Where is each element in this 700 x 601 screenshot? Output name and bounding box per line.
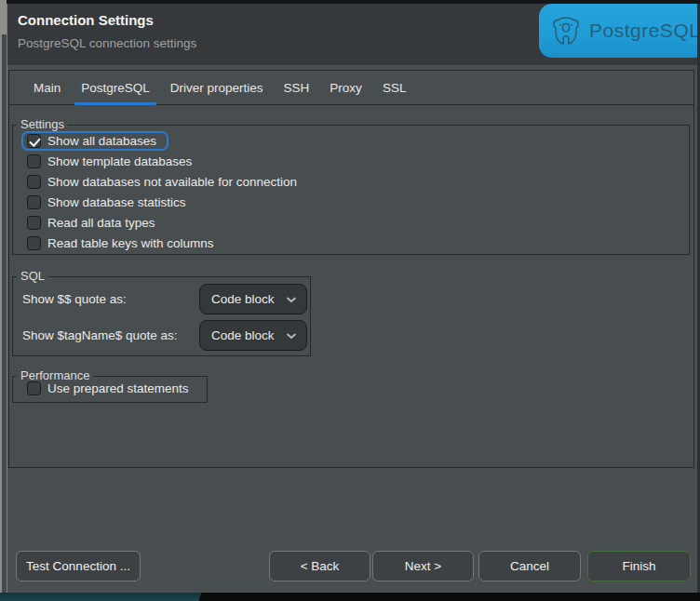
focus-ring: Show all databases (21, 131, 168, 151)
checkbox-label: Read all data types (47, 216, 155, 230)
checkbox-label: Show template databases (47, 154, 192, 168)
checkbox-label: Show database statistics (47, 195, 186, 209)
tab-label: SSL (383, 81, 407, 95)
page-subtitle: PostgreSQL connection settings (18, 36, 196, 50)
tagname-quote-row: Show $tagName$ quote as: Code block (13, 320, 310, 351)
checkbox-box[interactable] (27, 381, 41, 395)
focus-ring: Show database statistics (21, 193, 198, 212)
focus-ring: Read table keys with columns (21, 234, 226, 253)
dollar-quote-dropdown[interactable]: Code block (199, 284, 307, 314)
checkbox-box[interactable] (27, 216, 41, 230)
checkbox-read-all-data-types[interactable]: Read all data types (13, 212, 689, 233)
performance-group: Performance Use prepared statements (12, 376, 208, 403)
tab-bar: Main PostgreSQL Driver properties SSH Pr… (9, 71, 693, 105)
next-button[interactable]: Next > (372, 551, 474, 581)
checkbox-box[interactable] (27, 236, 41, 250)
checkbox-box[interactable] (27, 175, 41, 189)
dropdown-value: Code block (211, 328, 275, 342)
postgresql-badge: PostgreSQL (539, 4, 700, 58)
tab-label: Main (34, 81, 61, 95)
tab-driver-properties[interactable]: Driver properties (160, 71, 274, 105)
dropdown-value: Code block (211, 292, 275, 306)
dollar-quote-row: Show $$ quote as: Code block (13, 284, 310, 314)
tab-ssl[interactable]: SSL (372, 71, 417, 105)
tab-label: Proxy (330, 81, 362, 95)
page-title: Connection Settings (18, 12, 154, 28)
tab-main[interactable]: Main (23, 71, 71, 105)
sql-group: SQL Show $$ quote as: Code block Show $t… (12, 276, 311, 356)
dialog-header: Connection Settings PostgreSQL connectio… (7, 4, 700, 65)
back-button[interactable]: < Back (269, 551, 370, 581)
tab-label: SSH (284, 81, 310, 95)
checkbox-label: Show databases not available for connect… (47, 175, 297, 189)
background-window-band (0, 34, 2, 593)
postgresql-badge-label: PostgreSQL (589, 20, 700, 42)
checkbox-label: Read table keys with columns (47, 236, 214, 250)
focus-ring: Show template databases (21, 152, 204, 171)
cancel-button[interactable]: Cancel (478, 551, 581, 581)
performance-checkbox-list: Use prepared statements (13, 378, 207, 398)
checkbox-label: Show all databases (47, 134, 156, 148)
settings-checkbox-list: Show all databases Show template databas… (13, 130, 689, 253)
tagname-quote-label: Show $tagName$ quote as: (22, 328, 178, 342)
settings-group: Settings Show all databases Show templat… (12, 125, 690, 255)
taskbar-teal-segment (0, 593, 201, 601)
tab-postgresql[interactable]: PostgreSQL (71, 71, 160, 105)
connection-settings-dialog: Connection Settings PostgreSQL connectio… (7, 4, 700, 593)
tab-proxy[interactable]: Proxy (319, 71, 372, 105)
checkbox-show-database-statistics[interactable]: Show database statistics (13, 192, 689, 212)
focus-ring: Use prepared statements (21, 379, 201, 398)
test-connection-button[interactable]: Test Connection ... (16, 551, 141, 581)
focus-ring: Read all data types (21, 213, 168, 233)
dollar-quote-label: Show $$ quote as: (22, 292, 127, 306)
tab-ssh[interactable]: SSH (274, 71, 320, 105)
settings-group-label: Settings (17, 117, 68, 131)
tagname-quote-dropdown[interactable]: Code block (199, 320, 307, 351)
checkbox-box[interactable] (27, 195, 41, 209)
chevron-down-icon (286, 332, 297, 340)
checkbox-use-prepared-statements[interactable]: Use prepared statements (13, 378, 207, 398)
checkbox-label: Use prepared statements (47, 381, 189, 395)
tab-label: PostgreSQL (81, 81, 150, 95)
checkbox-show-all-databases[interactable]: Show all databases (13, 130, 689, 151)
chevron-down-icon (286, 296, 297, 303)
postgresql-logo-icon (550, 16, 582, 46)
tab-label: Driver properties (170, 81, 263, 95)
finish-button[interactable]: Finish (587, 551, 691, 581)
focus-ring: Show databases not available for connect… (21, 172, 309, 192)
checkbox-box[interactable] (27, 154, 41, 168)
checkbox-show-template-databases[interactable]: Show template databases (13, 151, 689, 171)
background-window-corner (199, 593, 700, 601)
checkbox-box[interactable] (27, 134, 41, 148)
background-taskbar (0, 593, 700, 601)
sql-group-label: SQL (17, 269, 48, 283)
active-tab-underline (74, 102, 156, 105)
checkbox-read-table-keys[interactable]: Read table keys with columns (13, 233, 689, 253)
tab-content-panel: Main PostgreSQL Driver properties SSH Pr… (8, 70, 694, 468)
background-window-strip-top (0, 0, 7, 34)
checkbox-show-databases-not-available[interactable]: Show databases not available for connect… (13, 171, 689, 192)
